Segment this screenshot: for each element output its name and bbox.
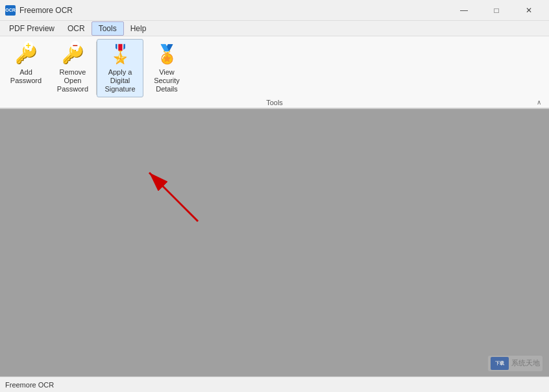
status-text: Freemore OCR [5, 381, 54, 389]
watermark-logo: 下载 [491, 357, 509, 370]
window-controls: — □ ✕ [449, 0, 544, 21]
arrow-indicator [136, 166, 214, 227]
remove-open-password-label: Remove OpenPassword [53, 68, 93, 94]
menu-item-ocr[interactable]: OCR [61, 21, 92, 36]
title-bar-left: OCR Freemore OCR [5, 5, 73, 16]
window-title: Freemore OCR [19, 6, 73, 15]
ribbon: 🔑 + AddPassword 🔑 − Remove OpenPassword … [0, 36, 549, 109]
add-password-button[interactable]: 🔑 + AddPassword [3, 39, 49, 97]
apply-digital-signature-label: Apply a DigitalSignature [100, 68, 140, 94]
add-password-label: AddPassword [10, 68, 42, 85]
status-bar: Freemore OCR [0, 376, 549, 392]
main-content: 下载 系统天地 [0, 109, 549, 391]
minimize-button[interactable]: — [449, 0, 479, 21]
view-security-details-icon: 🏅 [155, 42, 178, 66]
menu-item-pdf-preview[interactable]: PDF Preview [3, 21, 61, 36]
watermark-text: 系统天地 [511, 358, 540, 368]
remove-open-password-button[interactable]: 🔑 − Remove OpenPassword [49, 39, 96, 97]
menu-item-help[interactable]: Help [124, 21, 153, 36]
app-icon: OCR [5, 5, 16, 16]
close-button[interactable]: ✕ [514, 0, 544, 21]
ribbon-bottom: Tools ∧ [0, 97, 549, 108]
ribbon-collapse-button[interactable]: ∧ [533, 97, 544, 108]
view-security-details-label: View SecurityDetails [147, 68, 187, 94]
menu-bar: PDF Preview OCR Tools Help [0, 21, 549, 36]
watermark: 下载 系统天地 [488, 356, 543, 371]
view-security-details-button[interactable]: 🏅 View SecurityDetails [143, 39, 190, 97]
ribbon-tools-row: 🔑 + AddPassword 🔑 − Remove OpenPassword … [0, 36, 549, 97]
remove-open-password-icon: 🔑 − [61, 42, 84, 66]
add-password-icon: 🔑 + [14, 42, 38, 66]
apply-digital-signature-button[interactable]: 🎖️ Apply a DigitalSignature [97, 39, 143, 97]
svg-line-1 [149, 173, 198, 221]
maximize-button[interactable]: □ [482, 0, 511, 21]
title-bar: OCR Freemore OCR — □ ✕ [0, 0, 549, 21]
ribbon-group-name: Tools [253, 97, 296, 108]
menu-item-tools[interactable]: Tools [92, 21, 124, 36]
apply-digital-signature-icon: 🎖️ [108, 42, 132, 66]
